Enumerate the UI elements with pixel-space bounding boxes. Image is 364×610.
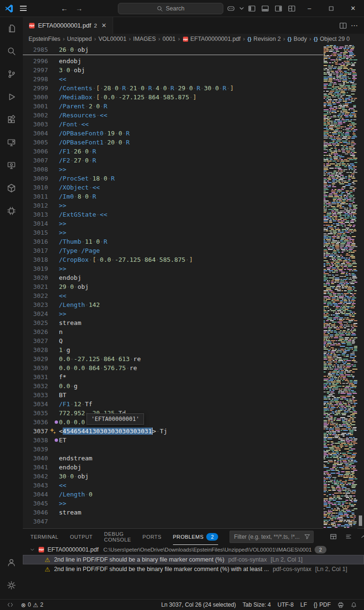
filter-input[interactable] [233, 533, 301, 541]
code-line[interactable]: 3008>> [23, 165, 364, 174]
problem-row[interactable]: ⚠2nd line in PDF/FDF should be the binar… [23, 564, 364, 574]
code-line[interactable]: 3015>> [23, 228, 364, 237]
account-icon[interactable] [0, 551, 23, 574]
code-line[interactable]: 3002/Resources·<< [23, 111, 364, 120]
problems-filter[interactable] [230, 531, 314, 543]
code-line[interactable]: 3018/CropBox·[·0.0·-27.125·864·585.875·] [23, 255, 364, 264]
remote-explorer-icon[interactable] [0, 131, 23, 154]
code-line[interactable]: 3035772.952·-20.125·Td [23, 409, 364, 418]
code-line[interactable]: 30290.0·-27.125·864·613·re [23, 354, 364, 363]
view-as-table-icon[interactable] [328, 532, 338, 542]
code-line[interactable]: 3038ET [23, 436, 364, 445]
code-line[interactable]: 3017/Type·/Page [23, 246, 364, 255]
scrollbar-thumb[interactable] [359, 515, 362, 526]
code-line[interactable]: 3043<< [23, 481, 364, 490]
code-line[interactable]: 30300.0·0.0·864·576.75·re [23, 363, 364, 372]
breadcrumb-item[interactable]: EpsteinFiles [29, 36, 60, 42]
settings-gear-icon[interactable] [0, 574, 23, 597]
split-editor-icon[interactable] [339, 22, 347, 29]
remote-tunnels-icon[interactable] [0, 154, 23, 177]
tab-efta00000001-pdf[interactable]: PDF EFTA00000001.pdf 2 ✕ [23, 17, 113, 34]
code-line[interactable]: 3006/F1·26·0·R [23, 147, 364, 156]
code-line[interactable]: 298526·0·obj [23, 45, 89, 55]
panel-tab-debug-console[interactable]: DEBUG CONSOLE [104, 529, 131, 545]
back-button[interactable]: ← [61, 4, 68, 12]
breadcrumb-item[interactable]: {}Object 29 0 [314, 36, 350, 42]
package-icon[interactable] [0, 177, 23, 200]
toggle-primary-sidebar-icon[interactable] [245, 0, 259, 17]
code-line[interactable]: 2998<< [23, 75, 364, 84]
code-line[interactable]: 302129·0·obj [23, 282, 364, 291]
code-line[interactable]: 3007/F2·27·0·R [23, 156, 364, 165]
code-line[interactable]: 3040endstream [23, 454, 364, 463]
encoding-indicator[interactable]: UTF-8 [275, 600, 296, 610]
code-line[interactable]: 3033BT [23, 391, 364, 400]
code-line[interactable]: 3009/ProcSet·18·0·R [23, 174, 364, 183]
code-line[interactable]: 3010/XObject·<< [23, 183, 364, 192]
code-line[interactable]: 30281·g [23, 345, 364, 354]
search-view-icon[interactable] [0, 40, 23, 63]
twistie-chevron-icon[interactable] [29, 547, 35, 553]
panel-tab-output[interactable]: OUTPUT [70, 529, 93, 545]
code-line[interactable]: 3016/Thumb·11·0·R [23, 237, 364, 246]
toggle-panel-icon[interactable] [259, 0, 272, 17]
cursor-position[interactable]: Ln 3037, Col 26 (24 selected) [159, 600, 238, 610]
code-line[interactable]: 2999/Contents·[·28·0·R·21·0·R·4·0·R·29·0… [23, 84, 364, 93]
notifications-bell-icon[interactable] [348, 600, 359, 610]
code-line[interactable]: 3039 [23, 445, 364, 454]
code-line[interactable]: 3000/MediaBox·[·0.0·-27.125·864·585.875·… [23, 93, 364, 102]
chevron-down-icon[interactable] [238, 0, 245, 17]
forward-button[interactable]: → [76, 4, 83, 12]
maximize-button[interactable] [320, 0, 342, 17]
code-line[interactable]: 29973·0·obj [23, 66, 364, 75]
run-debug-icon[interactable] [0, 86, 23, 108]
copilot-icon[interactable] [224, 0, 238, 17]
code-line[interactable]: 3031f* [23, 372, 364, 381]
toggle-secondary-sidebar-icon[interactable] [272, 0, 285, 17]
code-line[interactable]: 3046stream [23, 508, 364, 517]
problems-status[interactable]: ⊗ 0 ⚠ 2 [19, 600, 46, 610]
code-line[interactable]: 3027Q [23, 336, 364, 345]
breadcrumb-item[interactable]: {}Revision 2 [247, 36, 280, 42]
code-line[interactable]: 3005/OPBaseFont1·20·0·R [23, 138, 364, 147]
code-line[interactable]: 3019>> [23, 264, 364, 273]
tab-close-icon[interactable]: ✕ [100, 21, 108, 29]
code-line[interactable]: 3025stream [23, 318, 364, 327]
code-line[interactable]: 3047 [23, 517, 364, 526]
code-line[interactable]: 3013/ExtGState·<< [23, 210, 364, 219]
menu-icon[interactable] [18, 3, 29, 14]
code-line[interactable]: 3026n [23, 327, 364, 336]
eol-indicator[interactable]: LF [298, 600, 309, 610]
code-line[interactable]: 3045>> [23, 499, 364, 508]
explorer-icon[interactable] [0, 17, 23, 40]
breadcrumb-item[interactable]: {}Body [287, 36, 307, 42]
code-line[interactable]: 3003/Font·<< [23, 120, 364, 129]
breadcrumb-item[interactable]: PDFEFTA00000001.pdf [182, 36, 241, 42]
code-line[interactable]: 3041endobj [23, 463, 364, 472]
code-line[interactable]: 3020endobj [23, 273, 364, 282]
code-line[interactable]: 3001/Parent·2·0·R [23, 102, 364, 111]
code-line[interactable]: 3012>> [23, 201, 364, 210]
panel-tab-ports[interactable]: PORTS [143, 529, 162, 545]
code-line[interactable]: 3004/OPBaseFont0·19·0·R [23, 129, 364, 138]
maximize-panel-icon[interactable] [358, 532, 364, 542]
code-line[interactable]: 3037<454654413030303030303031>·Tj [23, 427, 364, 436]
code-area[interactable]: 2995endstream2996endobj29973·0·obj2998<<… [23, 44, 364, 529]
breadcrumb-item[interactable]: IMAGES [133, 36, 156, 42]
sticky-scroll-line[interactable]: 298526·0·obj [23, 44, 323, 55]
code-line[interactable]: 3022<< [23, 291, 364, 300]
language-mode[interactable]: {} PDF [311, 600, 333, 610]
command-center-search[interactable]: Search [118, 3, 223, 14]
minimap[interactable] [323, 44, 357, 529]
code-line[interactable]: 3024>> [23, 309, 364, 318]
code-line[interactable]: 2996endobj [23, 57, 364, 66]
problems-file-row[interactable]: PDF EFTA00000001.pdf C:\Users\peter\OneD… [23, 544, 364, 555]
collapse-all-icon[interactable] [343, 532, 354, 542]
code-line[interactable]: 30320.0·g [23, 381, 364, 391]
close-window-button[interactable]: ✕ [342, 0, 364, 17]
extensions-icon[interactable] [0, 108, 23, 131]
code-line[interactable]: 304230·0·obj [23, 472, 364, 481]
source-control-icon[interactable] [0, 63, 23, 86]
customize-layout-icon[interactable] [285, 0, 298, 17]
breadcrumb-item[interactable]: 0001 [163, 36, 175, 42]
